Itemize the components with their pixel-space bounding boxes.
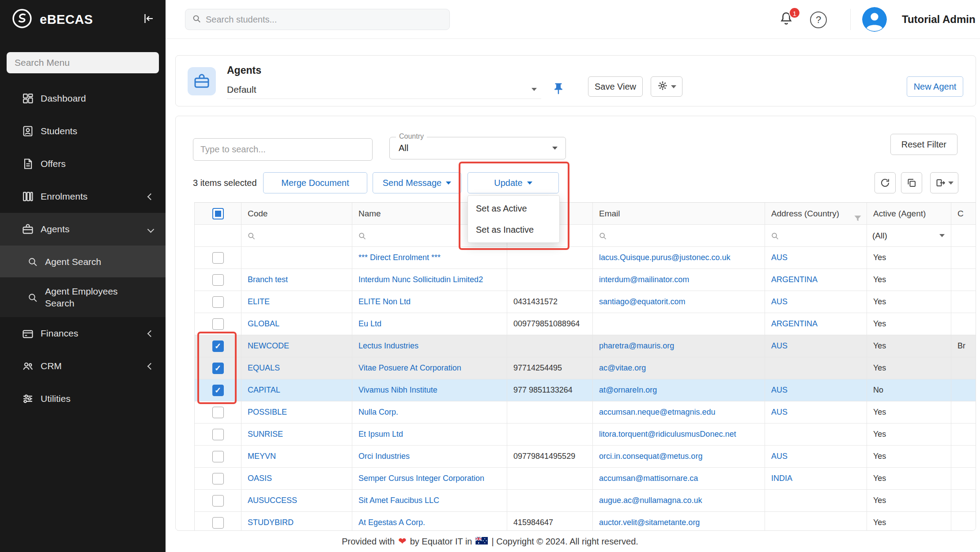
cell-code[interactable]: Branch test: [241, 269, 352, 291]
cell-email[interactable]: interdum@mailinator.com: [593, 269, 765, 291]
cell-code[interactable]: OASIS: [241, 468, 352, 490]
cell-code[interactable]: POSSIBLE: [241, 401, 352, 423]
pin-view-button[interactable]: [552, 82, 565, 97]
cell-address[interactable]: [765, 490, 867, 512]
cell-code[interactable]: SUNRISE: [241, 423, 352, 446]
update-menu-item[interactable]: Set as Inactive: [468, 219, 559, 240]
cell-address[interactable]: INDIA: [765, 468, 867, 490]
cell-name[interactable]: *** Direct Enrolment ***: [352, 247, 507, 269]
cell-address[interactable]: AUS: [765, 401, 867, 423]
new-agent-button[interactable]: New Agent: [907, 76, 963, 97]
cell-name[interactable]: Lectus Industries: [352, 335, 507, 357]
student-search-input[interactable]: [206, 15, 435, 25]
collapse-sidebar-icon[interactable]: [142, 12, 155, 27]
row-checkbox[interactable]: [212, 340, 224, 352]
row-checkbox[interactable]: [212, 495, 224, 507]
cell-email[interactable]: [593, 313, 765, 335]
column-code[interactable]: Code: [241, 203, 352, 225]
user-avatar[interactable]: [862, 7, 887, 32]
table-row[interactable]: MEYVN Orci Industries 09779841495529 orc…: [195, 446, 976, 468]
row-checkbox[interactable]: [212, 385, 224, 396]
merge-document-button[interactable]: Merge Document: [263, 172, 367, 193]
table-row[interactable]: OASIS Semper Cursus Integer Corporation …: [195, 468, 976, 490]
view-settings-button[interactable]: [651, 76, 682, 97]
select-all-checkbox[interactable]: [212, 208, 224, 219]
export-button[interactable]: [930, 172, 958, 193]
sidebar-item-offers[interactable]: Offers: [0, 147, 166, 180]
send-message-button[interactable]: Send Message: [373, 172, 461, 193]
column-active[interactable]: Active (Agent): [867, 203, 951, 225]
filter-cell-extra[interactable]: [951, 225, 976, 247]
cell-name[interactable]: ELITE Non Ltd: [352, 291, 507, 313]
cell-address[interactable]: AUS: [765, 247, 867, 269]
column-email[interactable]: Email: [593, 203, 765, 225]
cell-name[interactable]: Vitae Posuere At Corporation: [352, 357, 507, 379]
cell-email[interactable]: ac@vitae.org: [593, 357, 765, 379]
filter-cell-address[interactable]: [765, 225, 867, 247]
refresh-button[interactable]: [874, 172, 896, 193]
sidebar-item-enrolments[interactable]: Enrolments: [0, 180, 166, 213]
cell-address[interactable]: AUS: [765, 379, 867, 401]
cell-email[interactable]: at@ornareIn.org: [593, 379, 765, 401]
sidebar-item-students[interactable]: Students: [0, 115, 166, 147]
cell-address[interactable]: AUS: [765, 335, 867, 357]
row-checkbox[interactable]: [212, 473, 224, 484]
sidebar-item-crm[interactable]: CRM: [0, 350, 166, 382]
table-row[interactable]: EQUALS Vitae Posuere At Corporation 9771…: [195, 357, 976, 379]
row-checkbox[interactable]: [212, 451, 224, 462]
row-checkbox[interactable]: [212, 318, 224, 330]
table-search-input[interactable]: [193, 138, 373, 161]
cell-email[interactable]: auctor.velit@sitametante.org: [593, 512, 765, 531]
cell-name[interactable]: Orci Industries: [352, 446, 507, 468]
cell-email[interactable]: accumsan@mattisornare.ca: [593, 468, 765, 490]
table-row[interactable]: ELITE ELITE Non Ltd 0431431572 santiago@…: [195, 291, 976, 313]
cell-name[interactable]: Interdum Nunc Sollicitudin Limited2: [352, 269, 507, 291]
cell-email[interactable]: augue.ac@nullamagna.co.uk: [593, 490, 765, 512]
row-select-cell[interactable]: [195, 423, 241, 446]
row-checkbox[interactable]: [212, 274, 224, 286]
sidebar-item-finances[interactable]: Finances: [0, 317, 166, 350]
row-checkbox[interactable]: [212, 429, 224, 440]
cell-email[interactable]: pharetra@mauris.org: [593, 335, 765, 357]
row-checkbox[interactable]: [212, 296, 224, 308]
save-view-button[interactable]: Save View: [588, 76, 643, 97]
table-row[interactable]: SUNRISE Et Ipsum Ltd litora.torquent@rid…: [195, 423, 976, 446]
column-extra[interactable]: C: [951, 203, 976, 225]
row-select-cell[interactable]: [195, 313, 241, 335]
cell-code[interactable]: GLOBAL: [241, 313, 352, 335]
copy-button[interactable]: [901, 172, 922, 193]
select-all-cell[interactable]: [195, 203, 241, 225]
cell-name[interactable]: Et Ipsum Ltd: [352, 423, 507, 446]
cell-address[interactable]: AUS: [765, 291, 867, 313]
sidebar-search-input[interactable]: [7, 52, 159, 73]
row-select-cell[interactable]: [195, 490, 241, 512]
table-row[interactable]: CAPITAL Vivamus Nibh Institute 977 98511…: [195, 379, 976, 401]
table-row[interactable]: *** Direct Enrolment *** lacus.Quisque.p…: [195, 247, 976, 269]
row-select-cell[interactable]: [195, 379, 241, 401]
table-row[interactable]: Branch test Interdum Nunc Sollicitudin L…: [195, 269, 976, 291]
row-select-cell[interactable]: [195, 335, 241, 357]
cell-name[interactable]: Sit Amet Faucibus LLC: [352, 490, 507, 512]
sidebar-item-dashboard[interactable]: Dashboard: [0, 82, 166, 115]
cell-code[interactable]: MEYVN: [241, 446, 352, 468]
cell-email[interactable]: litora.torquent@ridiculusmusDonec.net: [593, 423, 765, 446]
row-select-cell[interactable]: [195, 512, 241, 531]
sidebar-item-agent-employees-search[interactable]: Agent Employees Search: [0, 277, 166, 317]
filter-cell-code[interactable]: [241, 225, 352, 247]
row-select-cell[interactable]: [195, 291, 241, 313]
cell-code[interactable]: AUSUCCESS: [241, 490, 352, 512]
cell-address[interactable]: [765, 512, 867, 531]
cell-name[interactable]: Semper Cursus Integer Corporation: [352, 468, 507, 490]
filter-cell-active[interactable]: (All): [867, 225, 951, 247]
reset-filter-button[interactable]: Reset Filter: [890, 134, 957, 155]
filter-funnel-icon[interactable]: [853, 209, 862, 225]
cell-code[interactable]: [241, 247, 352, 269]
table-row[interactable]: GLOBAL Eu Ltd 009779851088964 ARGENTINA …: [195, 313, 976, 335]
cell-code[interactable]: ELITE: [241, 291, 352, 313]
column-address[interactable]: Address (Country): [765, 203, 867, 225]
row-select-cell[interactable]: [195, 401, 241, 423]
row-select-cell[interactable]: [195, 468, 241, 490]
row-select-cell[interactable]: [195, 446, 241, 468]
cell-code[interactable]: STUDYBIRD: [241, 512, 352, 531]
table-row[interactable]: POSSIBLE Nulla Corp. accumsan.neque@etma…: [195, 401, 976, 423]
